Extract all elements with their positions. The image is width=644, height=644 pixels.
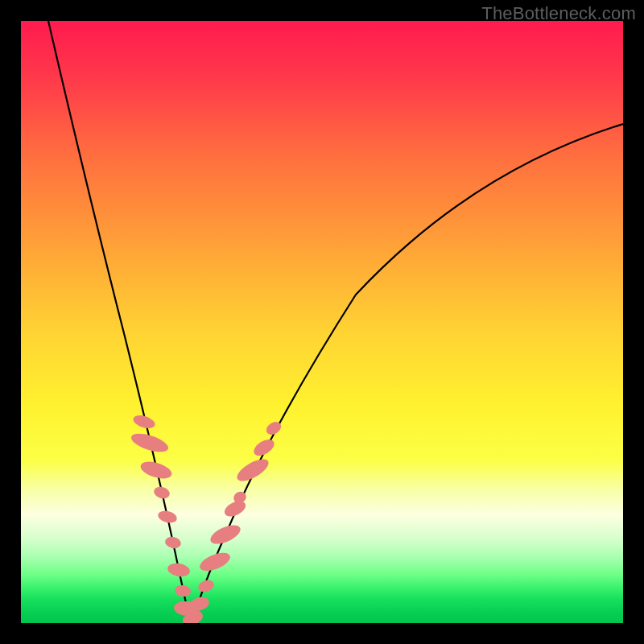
bead-marker [196, 578, 216, 594]
curve-left-branch [48, 21, 190, 621]
bead-marker [152, 485, 171, 501]
curve-group [48, 21, 623, 621]
bead-marker [174, 584, 192, 598]
bead-marker [164, 535, 182, 550]
chart-frame [21, 21, 623, 623]
bead-marker [251, 436, 277, 459]
bead-marker [138, 459, 174, 482]
bead-group [129, 413, 283, 623]
watermark-text: TheBottleneck.com [481, 3, 636, 24]
bead-marker [157, 509, 179, 524]
chart-svg [21, 21, 623, 623]
bead-marker [233, 455, 271, 485]
bead-marker [167, 562, 191, 579]
bead-marker [197, 549, 233, 575]
bead-marker [129, 430, 170, 456]
bead-marker [208, 522, 243, 548]
curve-right-branch [193, 124, 623, 621]
